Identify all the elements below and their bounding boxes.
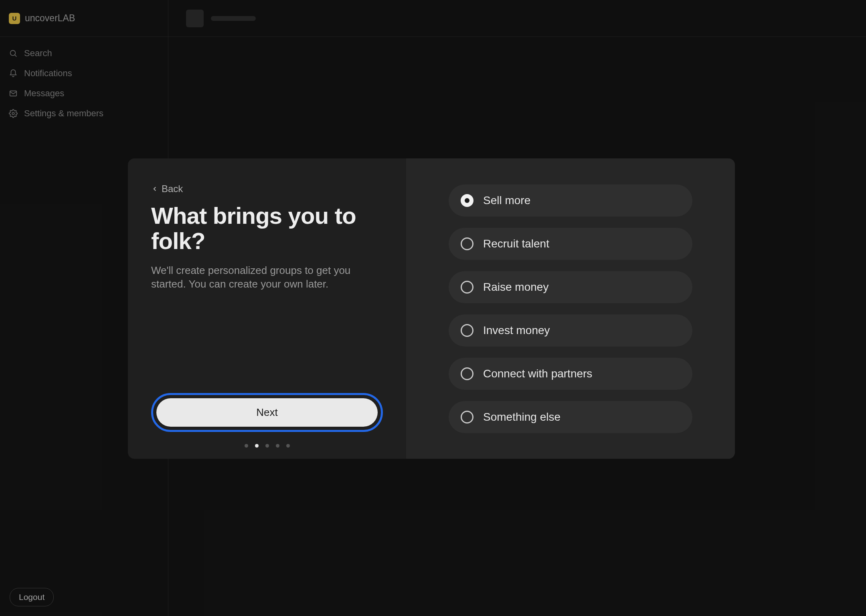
svg-line-1 <box>15 55 16 57</box>
sidebar-item-label: Messages <box>24 88 64 99</box>
radio-icon <box>461 411 473 424</box>
option-label: Raise money <box>483 281 548 294</box>
brand-badge: U <box>9 13 20 24</box>
svg-point-0 <box>10 51 16 56</box>
sidebar-item-messages[interactable]: Messages <box>0 83 168 103</box>
sidebar-item-search[interactable]: Search <box>0 43 168 63</box>
logout-button[interactable]: Logout <box>10 588 54 606</box>
sidebar-item-label: Notifications <box>24 68 72 79</box>
sidebar-item-label: Search <box>24 48 52 59</box>
onboarding-modal: Back What brings you to folk? We'll crea… <box>128 158 735 459</box>
next-button[interactable]: Next <box>156 398 378 427</box>
step-dots <box>151 444 383 448</box>
next-button-focus-ring: Next <box>151 393 383 432</box>
topbar-placeholder-icon <box>186 10 204 27</box>
option-sell-more[interactable]: Sell more <box>449 184 692 217</box>
step-dot-active <box>255 444 259 448</box>
chevron-left-icon <box>151 185 158 192</box>
radio-icon <box>461 324 473 337</box>
step-dot <box>265 444 269 448</box>
option-label: Invest money <box>483 324 550 337</box>
option-label: Something else <box>483 411 560 424</box>
topbar-placeholder-text <box>211 16 256 21</box>
sidebar-item-notifications[interactable]: Notifications <box>0 63 168 83</box>
option-something-else[interactable]: Something else <box>449 401 692 433</box>
option-invest-money[interactable]: Invest money <box>449 314 692 346</box>
topbar <box>168 0 866 37</box>
sidebar-item-label: Settings & members <box>24 108 103 119</box>
search-icon <box>9 49 18 58</box>
sidebar-footer: Logout <box>10 588 54 606</box>
step-dot <box>245 444 248 448</box>
radio-icon <box>461 367 473 380</box>
modal-footer: Next <box>151 393 383 448</box>
radio-icon <box>461 194 473 207</box>
brand-name: uncoverLAB <box>25 13 75 24</box>
gear-icon <box>9 109 18 118</box>
option-recruit-talent[interactable]: Recruit talent <box>449 228 692 260</box>
option-raise-money[interactable]: Raise money <box>449 271 692 303</box>
sidebar-nav: Search Notifications Messages Settings &… <box>0 37 168 124</box>
sidebar-item-settings[interactable]: Settings & members <box>0 103 168 124</box>
svg-point-3 <box>12 112 14 115</box>
radio-icon <box>461 237 473 250</box>
option-list: Sell more Recruit talent Raise money Inv… <box>421 184 720 433</box>
bell-icon <box>9 69 18 78</box>
back-label: Back <box>162 183 183 195</box>
option-label: Sell more <box>483 194 530 207</box>
modal-left-panel: Back What brings you to folk? We'll crea… <box>128 158 406 459</box>
back-button[interactable]: Back <box>151 183 383 195</box>
mail-icon <box>9 89 18 98</box>
option-label: Connect with partners <box>483 367 592 380</box>
modal-subtitle: We'll create personalized groups to get … <box>151 264 372 291</box>
step-dot <box>276 444 279 448</box>
modal-title: What brings you to folk? <box>151 203 383 253</box>
option-connect-partners[interactable]: Connect with partners <box>449 358 692 390</box>
radio-icon <box>461 281 473 294</box>
modal-right-panel: Sell more Recruit talent Raise money Inv… <box>406 158 735 459</box>
step-dot <box>286 444 290 448</box>
option-label: Recruit talent <box>483 237 549 250</box>
sidebar-header: U uncoverLAB <box>0 0 168 37</box>
